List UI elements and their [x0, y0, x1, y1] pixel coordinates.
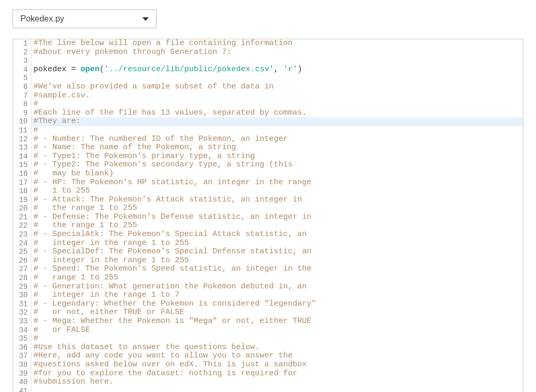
code-content[interactable]: # - Legendary: Whether the Pokemon is co… — [31, 300, 523, 309]
code-content[interactable]: # — [31, 334, 523, 343]
code-content[interactable] — [31, 57, 523, 65]
code-content[interactable]: # the range 1 to 255 — [31, 204, 523, 213]
code-content[interactable]: # the range 1 to 255 — [31, 221, 523, 230]
file-dropdown[interactable]: Pokedex.py — [13, 9, 157, 28]
token-builtin: open — [81, 65, 99, 74]
code-content[interactable]: #They are: — [31, 117, 523, 126]
code-line[interactable]: 32# or not, either TRUE or FALSE — [13, 308, 523, 317]
code-content[interactable]: # - Defense: The Pokemon's Defense stati… — [31, 213, 523, 222]
code-content[interactable]: # - Name: The name of the Pokemon, a str… — [31, 143, 523, 152]
code-line[interactable]: 9#Each line of the file has 13 values, s… — [13, 109, 523, 118]
line-number: 21 — [13, 213, 31, 222]
code-line[interactable]: 20# the range 1 to 255 — [13, 204, 523, 213]
code-line[interactable]: 39#for you to explore the dataset: nothi… — [13, 369, 523, 378]
code-content[interactable]: # - Speed: The Pokemon's Speed statistic… — [31, 265, 523, 274]
code-line[interactable]: 29# - Generation: What generation the Po… — [13, 283, 523, 292]
code-line[interactable]: 13# - Name: The name of the Pokemon, a s… — [13, 143, 523, 152]
code-line[interactable]: 24# integer in the range 1 to 255 — [13, 239, 523, 248]
code-content[interactable]: #We've also provided a sample subset of … — [31, 83, 523, 92]
code-line[interactable]: 40#submission here. — [13, 378, 523, 387]
code-content[interactable]: #questions asked below over on edX. This… — [31, 361, 523, 369]
code-content[interactable]: # - Type1: The Pokemon's primary type, a… — [31, 152, 523, 161]
line-number: 1 — [13, 39, 31, 48]
code-line[interactable]: 35# — [13, 334, 523, 343]
code-line[interactable]: 25# - SpecialDef: The Pokemon's Special … — [13, 248, 523, 256]
code-line[interactable]: 38#questions asked below over on edX. Th… — [13, 361, 523, 369]
code-content[interactable]: # — [31, 100, 523, 109]
chevron-down-icon — [142, 17, 149, 21]
code-line[interactable]: 5 — [13, 74, 523, 83]
code-content[interactable]: #sample.csv. — [31, 92, 523, 100]
code-content[interactable]: # or FALSE — [31, 326, 523, 335]
token-paren: ) — [297, 65, 302, 74]
token-comment: # integer in the range 1 to 255 — [34, 239, 189, 248]
code-content[interactable]: # - Generation: What generation the Poke… — [31, 283, 523, 292]
code-line[interactable]: 37#Here, add any code you want to allow … — [13, 352, 523, 361]
token-comment: # the range 1 to 255 — [34, 204, 137, 212]
code-line[interactable]: 1#The line below will open a file contai… — [13, 39, 523, 48]
code-content[interactable]: # 1 to 255 — [31, 187, 523, 196]
code-content[interactable]: # - Mega: Whether the Pokemon is "Mega" … — [31, 317, 523, 326]
code-content[interactable] — [31, 74, 523, 83]
code-line[interactable]: 11# — [13, 126, 523, 135]
code-content[interactable]: #about every pokemon through Generation … — [31, 48, 523, 57]
code-content[interactable]: # — [31, 126, 523, 135]
code-line[interactable]: 4pokedex = open('../resource/lib/public/… — [13, 65, 523, 74]
code-content[interactable]: # integer in the range 1 to 255 — [31, 256, 523, 265]
code-line[interactable]: 19# - Attack: The Pokemon's Attack stati… — [13, 196, 523, 205]
token-comment: # - HP: The Pokemon's HP statistic, an i… — [34, 178, 311, 187]
code-content[interactable]: # or not, either TRUE or FALSE — [31, 308, 523, 317]
code-content[interactable]: # - HP: The Pokemon's HP statistic, an i… — [31, 178, 523, 187]
code-content[interactable]: #Use this dataset to answer the question… — [31, 343, 523, 352]
line-number: 10 — [13, 117, 31, 126]
code-content[interactable]: #for you to explore the dataset: nothing… — [31, 369, 523, 378]
code-line[interactable]: 31# - Legendary: Whether the Pokemon is … — [13, 300, 523, 309]
code-line[interactable]: 14# - Type1: The Pokemon's primary type,… — [13, 152, 523, 161]
code-content[interactable]: #The line below will open a file contain… — [31, 39, 523, 48]
code-content[interactable]: #Here, add any code you want to allow yo… — [31, 352, 523, 361]
code-line[interactable]: 2#about every pokemon through Generation… — [13, 48, 523, 57]
code-line[interactable]: 22# the range 1 to 255 — [13, 221, 523, 230]
code-line[interactable]: 10#They are: — [13, 117, 523, 126]
code-line[interactable]: 30# integer in the range 1 to 7 — [13, 291, 523, 300]
code-content[interactable]: # - Attack: The Pokemon's Attack statist… — [31, 196, 523, 205]
token-assign: = — [71, 65, 76, 74]
code-line[interactable]: 3 — [13, 57, 523, 65]
code-line[interactable]: 27# - Speed: The Pokemon's Speed statist… — [13, 265, 523, 274]
code-content[interactable]: # - Type2: The Pokemon's secondary type,… — [31, 161, 523, 170]
code-line[interactable]: 16# may be blank) — [13, 170, 523, 178]
code-line[interactable]: 23# - SpecialAtk: The Pokemon's Special … — [13, 230, 523, 239]
token-comment: # integer in the range 1 to 7 — [34, 290, 180, 299]
code-line[interactable]: 36#Use this dataset to answer the questi… — [13, 343, 523, 352]
line-number: 28 — [13, 274, 31, 283]
line-number: 18 — [13, 187, 31, 196]
code-line[interactable]: 34# or FALSE — [13, 326, 523, 335]
code-line[interactable]: 41 — [13, 387, 523, 392]
code-editor[interactable]: 1#The line below will open a file contai… — [13, 39, 523, 392]
code-content[interactable]: # range 1 to 255 — [31, 274, 523, 283]
code-line[interactable]: 7#sample.csv. — [13, 92, 523, 100]
code-content[interactable]: # - Number: The numbered ID of the Pokem… — [31, 135, 523, 144]
token-ident — [76, 65, 81, 74]
token-comment: # - Type1: The Pokemon's primary type, a… — [34, 152, 255, 161]
code-line[interactable]: 8# — [13, 100, 523, 109]
code-content[interactable]: #Each line of the file has 13 values, se… — [31, 109, 523, 118]
code-line[interactable]: 15# - Type2: The Pokemon's secondary typ… — [13, 161, 523, 170]
code-content[interactable]: pokedex = open('../resource/lib/public/p… — [31, 65, 523, 74]
code-line[interactable]: 21# - Defense: The Pokemon's Defense sta… — [13, 213, 523, 222]
line-number: 13 — [13, 143, 31, 152]
code-line[interactable]: 6#We've also provided a sample subset of… — [13, 83, 523, 92]
code-line[interactable]: 28# range 1 to 255 — [13, 274, 523, 283]
code-content[interactable]: # - SpecialAtk: The Pokemon's Special At… — [31, 230, 523, 239]
code-content[interactable]: # integer in the range 1 to 255 — [31, 239, 523, 248]
code-content[interactable]: # - SpecialDef: The Pokemon's Special De… — [31, 248, 523, 256]
code-line[interactable]: 18# 1 to 255 — [13, 187, 523, 196]
code-content[interactable]: #submission here. — [31, 378, 523, 387]
code-line[interactable]: 17# - HP: The Pokemon's HP statistic, an… — [13, 178, 523, 187]
code-content[interactable]: # may be blank) — [31, 170, 523, 178]
code-line[interactable]: 26# integer in the range 1 to 255 — [13, 256, 523, 265]
code-line[interactable]: 12# - Number: The numbered ID of the Pok… — [13, 135, 523, 144]
code-content[interactable]: # integer in the range 1 to 7 — [31, 291, 523, 300]
code-content[interactable] — [31, 387, 523, 392]
code-line[interactable]: 33# - Mega: Whether the Pokemon is "Mega… — [13, 317, 523, 326]
